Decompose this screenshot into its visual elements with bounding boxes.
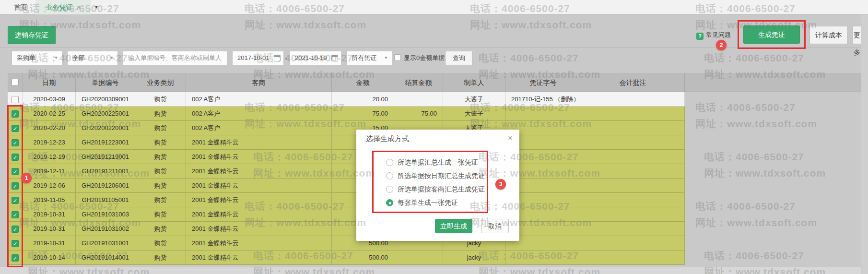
voucher-filter-select[interactable]: 所有凭证 ▼: [346, 51, 392, 65]
cell-no: GH20191031001: [76, 236, 135, 250]
cell-date: 2019-12-23: [23, 135, 76, 150]
row-checkbox[interactable]: ✓: [12, 110, 19, 118]
row-checkbox[interactable]: [12, 96, 19, 103]
tab-business-voucher[interactable]: 业务凭证×: [35, 0, 91, 14]
table-row[interactable]: ✓2019-12-11GH20191211001购货2001 金蝶精斗云: [8, 164, 685, 179]
row-checkbox-cell: ✓: [8, 164, 23, 179]
cell-no: GH20191223001: [76, 135, 135, 150]
doc-type-select[interactable]: 采购单 ▼: [12, 51, 62, 65]
inventory-voucher-button[interactable]: 进销存凭证: [8, 26, 56, 44]
date-to-value: 2021-10-19: [295, 54, 327, 61]
table-row[interactable]: ✓2019-10-31GH20191031002购货2001 金蝶精斗云: [8, 222, 685, 236]
cell-type: 购货: [135, 207, 186, 222]
watermark-phone: 电话：4006-6500-27: [704, 150, 804, 164]
row-checkbox-cell: ✓: [8, 150, 23, 164]
table-row[interactable]: ✓2019-12-06GH20191206001购货2001 金蝶精斗云: [8, 179, 685, 193]
cell-note: [581, 135, 685, 150]
cell-note: [581, 250, 685, 265]
generate-mode-option[interactable]: 所选单据汇总生成一张凭证: [386, 157, 478, 167]
cell-note: [581, 236, 685, 250]
row-checkbox[interactable]: ✓: [12, 139, 19, 146]
cell-date: 2019-11-05: [23, 193, 76, 207]
tab-home-label: 首页: [14, 3, 27, 11]
cell-note: [581, 207, 685, 222]
generate-now-button[interactable]: 立即生成: [435, 219, 472, 233]
row-checkbox-cell: ✓: [8, 135, 23, 150]
cell-maker: 大酱子: [443, 107, 505, 121]
watermark-phone: 电话：4006-6500-27: [704, 249, 804, 262]
option-label: 所选单据按客商汇总生成凭证: [398, 185, 485, 193]
table-row[interactable]: ✓2019-12-23GH20191223001购货2001 金蝶精斗云: [8, 135, 685, 150]
watermark-phone: 电话：4006-6500-27: [695, 101, 796, 114]
watermark-phone: 电话：4006-6500-27: [479, 51, 579, 65]
radio-icon[interactable]: [386, 172, 393, 179]
tab-home[interactable]: 首页: [6, 0, 35, 14]
table-row[interactable]: ✓2020-02-20GH20200220001购货002 A客户15.00大酱…: [8, 121, 685, 135]
row-checkbox[interactable]: ✓: [12, 154, 19, 161]
watermark-site: 网址：www.tdxsoft.com: [695, 216, 817, 229]
watermark-site: 网址：www.tdxsoft.com: [704, 167, 826, 180]
row-checkbox[interactable]: ✓: [12, 168, 19, 175]
generate-mode-option[interactable]: 所选单据按客商汇总生成凭证: [386, 184, 485, 194]
tab-close-icon[interactable]: ×: [77, 3, 81, 11]
row-checkbox[interactable]: ✓: [12, 182, 19, 190]
calendar-icon[interactable]: [331, 55, 338, 61]
table-row[interactable]: ✓2020-02-25GH20200225001购货002 A客户75.0075…: [8, 107, 685, 121]
generate-mode-option[interactable]: 所选单据按日期汇总生成凭证: [386, 171, 485, 180]
table-row[interactable]: ✓2019-10-31GH20191031001购货2001 金蝶精斗云500.…: [8, 236, 685, 250]
radio-icon[interactable]: [386, 159, 393, 166]
table-row[interactable]: ✓2019-10-31GH20191031003购货2001 金蝶精斗云: [8, 207, 685, 222]
cell-type: 购货: [135, 236, 186, 250]
generate-voucher-button[interactable]: 生成凭证: [743, 25, 800, 44]
cell-note: [581, 179, 685, 193]
cell-date: 2019-10-31: [23, 207, 76, 222]
cell-date: 2020-02-20: [23, 121, 76, 135]
cell-settle: 75.00: [394, 107, 443, 121]
table-row[interactable]: ✓2019-12-19GH20191219001购货2001 金蝶精斗云: [8, 150, 685, 164]
faq-link[interactable]: ?常见问题: [696, 30, 731, 40]
radio-icon[interactable]: [386, 186, 393, 193]
row-checkbox[interactable]: ✓: [12, 254, 19, 262]
radio-selected-icon[interactable]: [386, 199, 393, 206]
show-zero-checkbox[interactable]: [394, 54, 401, 61]
tab-list-caret-icon[interactable]: ▼: [94, 0, 99, 14]
cell-date: 2019-10-31: [23, 236, 76, 250]
cell-customer: 2001 金蝶精斗云: [186, 250, 332, 265]
chevron-down-icon: ▼: [110, 51, 114, 65]
cell-customer: 2001 金蝶精斗云: [186, 164, 332, 179]
scope-select[interactable]: 全部 ▼: [67, 51, 118, 65]
show-zero-checkbox-group[interactable]: 显示0金额单据: [394, 51, 445, 65]
cell-type: 购货: [135, 135, 186, 150]
tab-bar: 首页 业务凭证× ▼: [0, 0, 868, 14]
cell-customer: 002 A客户: [186, 92, 332, 107]
cell-maker: 大酱子: [443, 92, 505, 107]
row-checkbox[interactable]: ✓: [12, 240, 19, 247]
table-row[interactable]: ✓2019-10-14GH20191014001购货2001 金蝶精斗云500.…: [8, 250, 685, 265]
row-checkbox[interactable]: ✓: [12, 197, 19, 204]
generate-mode-option[interactable]: 每张单生成一张凭证: [386, 198, 458, 207]
cancel-button[interactable]: 取消: [481, 219, 509, 233]
scrollbar-gutter[interactable]: [861, 14, 868, 274]
calendar-icon[interactable]: [274, 55, 281, 61]
watermark-site: 网址：www.tdxsoft.com: [470, 18, 592, 32]
chevron-down-icon: ▼: [54, 51, 58, 65]
option-label: 每张单生成一张凭证: [398, 199, 458, 206]
dialog-close-icon[interactable]: ×: [508, 133, 513, 143]
date-to-input[interactable]: 2021-10-19: [290, 51, 341, 65]
row-checkbox-cell: ✓: [8, 236, 23, 250]
cell-type: 购货: [135, 92, 186, 107]
select-all-checkbox[interactable]: [12, 79, 19, 86]
date-from-input[interactable]: 2017-10-01: [232, 51, 284, 65]
row-checkbox[interactable]: ✓: [12, 125, 19, 132]
search-input[interactable]: 输入单据编号、客商名称或制单人: [123, 51, 227, 65]
row-checkbox[interactable]: ✓: [12, 211, 19, 218]
cell-no: GH20200225001: [76, 107, 135, 121]
row-checkbox-cell: ✓: [8, 222, 23, 236]
row-checkbox[interactable]: ✓: [12, 226, 19, 233]
cell-no: GH20200220001: [76, 121, 135, 135]
query-button[interactable]: 查询: [445, 51, 473, 65]
option-label: 所选单据汇总生成一张凭证: [398, 158, 478, 166]
table-row[interactable]: ✓2019-11-05GH20191105001购货2001 金蝶精斗云: [8, 193, 685, 207]
calc-cost-button[interactable]: 计算成本: [809, 26, 848, 44]
table-row[interactable]: 2020-03-09GH20200309001购货002 A客户20.00大酱子…: [8, 92, 685, 107]
